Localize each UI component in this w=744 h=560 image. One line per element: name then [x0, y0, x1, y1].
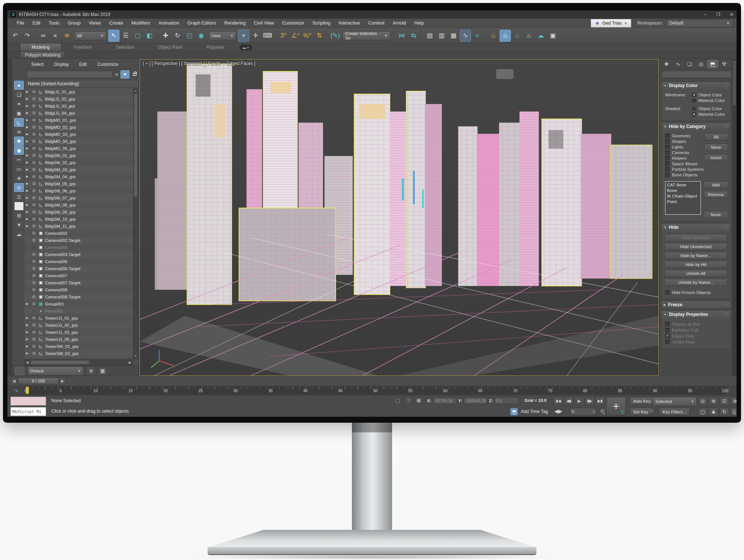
- display-shapes-icon[interactable]: ✂: [14, 155, 24, 164]
- list-item[interactable]: ⊙▣Camera008.Target: [25, 293, 133, 300]
- go-to-end-icon[interactable]: ▶▮: [595, 397, 605, 405]
- visibility-eye-icon[interactable]: ⊙: [31, 181, 36, 186]
- expand-arrow-icon[interactable]: ▶: [26, 330, 30, 334]
- zoom-extents-all-icon[interactable]: ⊛: [730, 397, 737, 405]
- wireframe-object-color-radio[interactable]: [692, 93, 696, 97]
- visibility-eye-icon[interactable]: ⊙: [31, 146, 36, 151]
- list-layout-icon[interactable]: ☰: [14, 192, 24, 201]
- auto-key-button[interactable]: Auto Key: [630, 397, 654, 405]
- expand-arrow-icon[interactable]: ▶: [26, 97, 30, 100]
- expand-arrow-icon[interactable]: ▶: [26, 345, 30, 348]
- list-item[interactable]: ⊙▣Camera007: [25, 272, 133, 279]
- select-object-icon[interactable]: ↖: [108, 30, 119, 42]
- display-materials-icon[interactable]: ◉: [14, 146, 24, 155]
- visibility-eye-icon[interactable]: ⊙: [31, 252, 36, 257]
- keyboard-override-icon[interactable]: ⌨: [262, 30, 273, 42]
- zoom-icon[interactable]: ◎: [698, 397, 708, 405]
- display-frozen-icon[interactable]: ▭: [14, 164, 24, 173]
- scene-search-input[interactable]: [27, 71, 113, 78]
- list-item[interactable]: ⊙●Plane001: [25, 307, 133, 314]
- list-item[interactable]: ▶⊙◺TowerLG_03_grp: [25, 329, 133, 336]
- visibility-eye-icon[interactable]: ⊙: [31, 231, 36, 236]
- rectangular-selection-region-icon[interactable]: ▢: [132, 30, 143, 42]
- visibility-eye-icon[interactable]: ⊙: [31, 224, 36, 228]
- visibility-eye-icon[interactable]: ⊙: [31, 301, 36, 306]
- list-item[interactable]: ▶⊙▩Group001: [25, 300, 133, 307]
- lock-icon[interactable]: [133, 73, 137, 76]
- hide-by-category-header[interactable]: ▼ Hide by Category ⠿: [661, 123, 730, 130]
- angle-snap-icon[interactable]: ∠°: [290, 30, 301, 42]
- menu-arnold[interactable]: Arnold: [389, 19, 410, 27]
- list-item[interactable]: ▶⊙◺BldgSM_06_grp: [25, 187, 133, 194]
- align-icon[interactable]: ⇆: [408, 30, 419, 42]
- category-checkbox-helpers[interactable]: [665, 156, 670, 160]
- unlink-selection-icon[interactable]: ∝: [49, 30, 61, 42]
- list-item[interactable]: ▶⊙◺BldgLG_01_grp: [25, 88, 133, 95]
- bone-list-item[interactable]: CAT Bone: [667, 182, 699, 188]
- color-swatch-icon[interactable]: [14, 202, 24, 211]
- hierarchy-tab-icon[interactable]: ❏: [684, 60, 695, 68]
- visibility-eye-icon[interactable]: ⊙: [31, 139, 36, 144]
- mirror-icon[interactable]: ⋈: [396, 30, 407, 42]
- category-checkbox-lights[interactable]: [665, 145, 670, 149]
- visibility-eye-icon[interactable]: ⊙: [31, 89, 36, 94]
- y-coordinate-field[interactable]: -260243.28: [464, 397, 487, 404]
- bone-list-item[interactable]: IK Chain Object: [667, 193, 699, 199]
- select-and-move-icon[interactable]: ✚: [160, 30, 171, 42]
- menu-civil-view[interactable]: Civil View: [250, 19, 278, 27]
- visibility-eye-icon[interactable]: ⊙: [31, 195, 36, 200]
- visibility-eye-icon[interactable]: ⊙: [31, 323, 36, 327]
- backface-cull-checkbox[interactable]: [665, 328, 670, 332]
- maxscript-mini-listener-pink[interactable]: [10, 397, 46, 406]
- menu-content[interactable]: Content: [364, 19, 389, 27]
- visibility-eye-icon[interactable]: ⊙: [31, 111, 36, 115]
- list-item[interactable]: ▶⊙◺BldgSM_10_grp: [25, 215, 133, 223]
- explorer-menu-edit[interactable]: Edit: [75, 61, 92, 68]
- category-checkbox-space-warps[interactable]: [665, 161, 670, 166]
- display-properties-header[interactable]: ▼ Display Properties ⠿: [661, 311, 730, 318]
- vertex-ticks-checkbox[interactable]: [665, 340, 670, 344]
- list-remove-button[interactable]: Remove: [704, 191, 728, 198]
- name-column-header[interactable]: Name (Sorted Ascending): [25, 80, 139, 87]
- scroll-left-icon[interactable]: ◀: [26, 361, 29, 364]
- modify-tab-icon[interactable]: ∿: [673, 60, 683, 68]
- list-item[interactable]: ▶⊙◺BldgSM_09_grp: [25, 208, 133, 215]
- toggle-scene-explorer-icon[interactable]: ▤: [424, 30, 435, 42]
- list-none-button[interactable]: None: [704, 211, 728, 218]
- scroll-down-icon[interactable]: ▼: [134, 354, 138, 358]
- set-keys-button[interactable]: +: [606, 397, 626, 416]
- list-item[interactable]: ▶⊙◺BldgMD_04_grp: [25, 138, 133, 145]
- visibility-eye-icon[interactable]: ⊙: [31, 188, 36, 193]
- open-containers-icon[interactable]: ▣: [547, 30, 558, 42]
- expand-arrow-icon[interactable]: ▶: [26, 182, 30, 185]
- display-lights-icon[interactable]: ✦: [14, 99, 24, 108]
- viewport[interactable]: [ + ] [ Perspective ] [ Standard ] [ Fac…: [140, 59, 659, 376]
- hide-frozen-objects-checkbox[interactable]: [665, 290, 670, 295]
- visibility-eye-icon[interactable]: ⊙: [31, 287, 36, 292]
- active-layer-icon[interactable]: [15, 367, 25, 375]
- ribbon-tab-object-paint[interactable]: Object Paint: [147, 44, 193, 51]
- visibility-eye-icon[interactable]: ⊙: [31, 209, 36, 214]
- add-time-tag[interactable]: Add Time Tag: [521, 409, 548, 414]
- visibility-eye-icon[interactable]: ⊙: [31, 160, 36, 165]
- list-item[interactable]: ⊙▣Camera006.Target: [25, 265, 133, 272]
- curve-editor-icon[interactable]: ∿: [460, 30, 471, 42]
- list-item[interactable]: ▶⊙◺TowerLG_02_grp: [25, 321, 133, 329]
- expand-arrow-icon[interactable]: ▶: [26, 196, 30, 199]
- expand-arrow-icon[interactable]: ▶: [26, 161, 30, 164]
- render-in-cloud-icon[interactable]: ☁: [535, 30, 546, 42]
- key-filters-button[interactable]: Key Filters...: [659, 408, 690, 416]
- command-panel-scrollbar[interactable]: [732, 59, 737, 376]
- expand-arrow-icon[interactable]: ▶: [26, 352, 30, 355]
- wireframe-material-color-radio[interactable]: [692, 99, 696, 103]
- select-and-rotate-icon[interactable]: ↻: [172, 30, 183, 42]
- invert-button[interactable]: Invert: [704, 154, 728, 161]
- rendered-frame-window-icon[interactable]: ♨: [512, 30, 523, 42]
- visibility-eye-icon[interactable]: ⊙: [31, 273, 36, 278]
- visibility-eye-icon[interactable]: ⊙: [31, 96, 36, 101]
- category-checkbox-particle-systems[interactable]: [665, 167, 670, 172]
- visibility-eye-icon[interactable]: ⊙: [31, 266, 36, 271]
- redo-icon[interactable]: ↷: [22, 30, 33, 42]
- list-item[interactable]: ⊙▣Camera003: [25, 244, 133, 251]
- list-item[interactable]: ▶⊙◺TowerLG_01_grp: [25, 314, 133, 321]
